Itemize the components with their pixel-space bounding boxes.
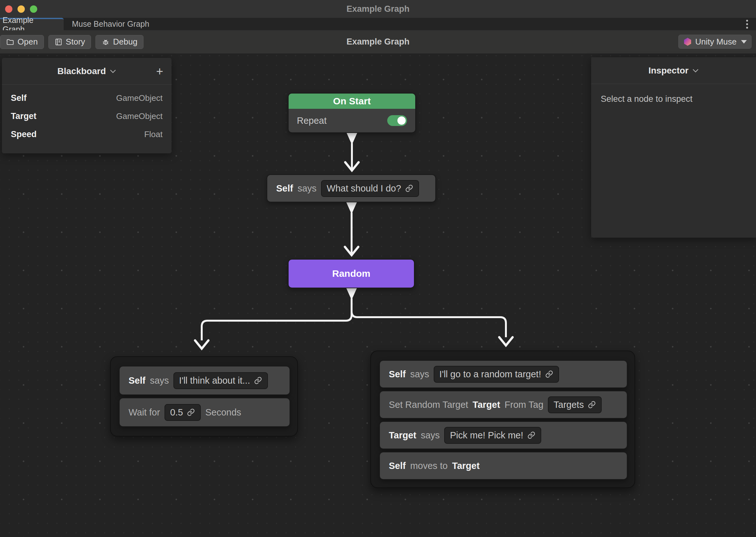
title-bar: Example Graph [0,0,756,18]
link-icon [254,376,262,385]
node-say-root[interactable]: Self says What should I do? [267,174,436,202]
story-button[interactable]: Story [48,35,91,49]
say-verb: says [298,183,316,194]
set-random-prefix: Set Random Target [389,399,468,410]
tab-example-graph[interactable]: Example Graph [0,18,63,30]
link-icon [545,370,553,378]
inspector-empty-text: Select a node to inspect [591,84,756,114]
tag-value-field[interactable]: Targets [548,396,602,413]
node-say-pick-me[interactable]: Target says Pick me! Pick me! [379,421,627,449]
toolbar: Example Graph Open Story Debug Unity Mus… [0,30,756,54]
variable-row[interactable]: Speed Float [2,125,172,144]
node-wait[interactable]: Wait for 0.5 Seconds [119,398,290,427]
wait-suffix: Seconds [205,407,241,418]
minimize-button[interactable] [18,5,25,13]
open-button-label: Open [18,37,38,47]
folder-icon [6,38,14,46]
muse-hexagon-icon [683,37,692,46]
node-on-start-header: On Start [289,94,415,109]
app-window: Example Graph Example Graph Muse Behavio… [0,0,756,537]
variable-row[interactable]: Target GameObject [2,107,172,125]
tab-overflow-menu-icon[interactable] [741,18,753,30]
variable-type: GameObject [116,93,163,103]
say-subject: Self [276,183,293,194]
tab-bar: Example Graph Muse Behavior Graph [0,18,756,30]
move-verb: moves to [410,461,448,471]
say-verb: says [150,375,169,386]
node-on-start[interactable]: On Start Repeat [288,93,416,133]
link-icon [527,431,535,439]
node-move-to[interactable]: Self moves to Target [379,452,627,480]
say-value-field[interactable]: Pick me! Pick me! [444,427,541,444]
bug-icon [102,38,110,46]
chevron-down-icon [693,69,699,72]
variable-type: Float [144,130,163,139]
say-subject: Self [389,369,406,380]
unity-muse-label: Unity Muse [695,37,736,47]
link-icon [588,400,596,409]
blackboard-panel: Blackboard + Self GameObject Target Game… [2,58,172,153]
variable-row[interactable]: Self GameObject [2,89,172,107]
open-button[interactable]: Open [0,35,44,49]
move-subject: Self [389,461,406,471]
blackboard-title: Blackboard [57,66,106,76]
say-value: What should I do? [327,183,401,194]
say-value: Pick me! Pick me! [450,430,523,440]
repeat-label: Repeat [297,115,327,126]
say-value: I'll think about it... [179,375,250,386]
variable-name: Self [11,93,27,103]
zoom-button[interactable] [30,5,37,13]
say-subject: Self [129,375,146,386]
chevron-down-icon [741,40,747,44]
say-verb: says [421,430,440,440]
variable-name: Speed [11,130,37,139]
random-title: Random [332,268,370,279]
say-value-field[interactable]: What should I do? [321,180,419,197]
toggle-knob [398,116,406,125]
wait-value-field[interactable]: 0.5 [164,404,201,421]
unity-muse-button[interactable]: Unity Muse [678,35,752,49]
say-value-field[interactable]: I'll go to a random target! [434,366,559,383]
set-random-variable: Target [473,399,500,410]
say-value-field[interactable]: I'll think about it... [173,372,268,389]
debug-button[interactable]: Debug [96,35,144,49]
variable-type: GameObject [116,111,163,121]
sequence-group-left[interactable]: Self says I'll think about it... Wait fo… [110,356,298,436]
variable-name: Target [11,111,37,121]
story-button-label: Story [66,37,85,47]
node-say-go[interactable]: Self says I'll go to a random target! [379,360,627,388]
tag-value: Targets [554,399,584,410]
inspector-title: Inspector [649,65,689,76]
repeat-toggle[interactable] [387,115,407,126]
node-set-random-target[interactable]: Set Random Target Target From Tag Target… [379,391,627,419]
add-variable-button[interactable]: + [156,65,163,77]
window-title: Example Graph [0,4,756,14]
say-verb: says [410,369,429,380]
sequence-group-right[interactable]: Self says I'll go to a random target! Se… [370,351,635,488]
node-say-think[interactable]: Self says I'll think about it... [119,366,290,395]
node-random[interactable]: Random [288,259,415,288]
wait-value: 0.5 [170,407,183,418]
inspector-header[interactable]: Inspector [591,57,756,84]
book-icon [55,38,63,46]
inspector-panel: Inspector Select a node to inspect [591,57,756,238]
set-random-middle: From Tag [505,399,543,410]
say-subject: Target [389,430,416,440]
debug-button-label: Debug [113,37,138,47]
tab-muse-behavior-graph[interactable]: Muse Behavior Graph [63,18,157,30]
chevron-down-icon [110,69,116,73]
link-icon [405,184,413,192]
say-value: I'll go to a random target! [440,369,541,380]
link-icon [187,408,195,416]
close-button[interactable] [5,5,13,13]
wait-prefix: Wait for [129,407,160,418]
blackboard-header[interactable]: Blackboard + [2,58,172,85]
move-object: Target [452,461,480,471]
